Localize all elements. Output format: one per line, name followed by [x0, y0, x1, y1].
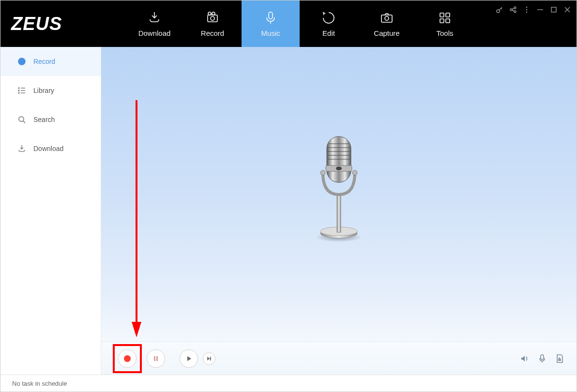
- svg-point-20: [526, 7, 528, 8]
- svg-rect-58: [541, 355, 544, 360]
- sidebar-item-search[interactable]: Search: [0, 105, 101, 134]
- pause-icon: [152, 355, 159, 362]
- microphone-illustration: [303, 132, 375, 238]
- tab-label: Download: [138, 29, 171, 37]
- svg-point-17: [514, 11, 516, 13]
- tab-capture[interactable]: Capture: [358, 0, 416, 47]
- tab-label: Music: [261, 29, 280, 37]
- record-button[interactable]: [118, 349, 137, 368]
- svg-rect-0: [208, 15, 217, 22]
- svg-rect-54: [156, 356, 158, 361]
- right-tools: [519, 353, 565, 364]
- svg-point-31: [18, 90, 19, 91]
- music-icon: [263, 11, 278, 25]
- svg-point-35: [19, 117, 24, 121]
- next-button[interactable]: [203, 352, 215, 365]
- audio-source-icon[interactable]: [537, 353, 547, 364]
- svg-line-18: [512, 8, 514, 9]
- tools-icon: [438, 11, 452, 25]
- svg-rect-9: [446, 13, 450, 17]
- play-button[interactable]: [180, 349, 198, 368]
- sidebar-item-record[interactable]: Record: [0, 47, 101, 76]
- sidebar-item-label: Library: [33, 87, 54, 94]
- sidebar-item-library[interactable]: Library: [0, 76, 101, 105]
- sidebar-item-download[interactable]: Download: [0, 134, 101, 163]
- tab-edit[interactable]: Edit: [300, 0, 358, 47]
- svg-point-2: [212, 12, 215, 15]
- svg-line-19: [512, 10, 514, 11]
- svg-point-16: [514, 7, 516, 9]
- tab-tools[interactable]: Tools: [416, 0, 474, 47]
- playback-controls: [113, 344, 215, 373]
- controls-bar: [101, 342, 577, 375]
- svg-marker-52: [132, 322, 141, 337]
- svg-point-42: [352, 170, 357, 175]
- volume-icon[interactable]: [519, 353, 530, 364]
- sidebar-item-label: Search: [33, 116, 55, 123]
- svg-line-36: [23, 121, 25, 123]
- tab-label: Tools: [436, 29, 453, 37]
- svg-point-22: [526, 12, 528, 13]
- svg-point-21: [526, 9, 528, 11]
- tab-download[interactable]: Download: [125, 0, 183, 47]
- recording-canvas: [101, 47, 577, 342]
- next-icon: [207, 356, 212, 361]
- key-icon[interactable]: [495, 5, 504, 14]
- list-icon: [17, 86, 27, 95]
- tab-music[interactable]: Music: [242, 0, 300, 47]
- svg-marker-56: [207, 357, 210, 361]
- record-icon: [205, 11, 220, 25]
- window-controls: [495, 5, 572, 14]
- play-icon: [185, 355, 192, 362]
- svg-rect-4: [269, 12, 273, 19]
- content: [101, 47, 577, 375]
- app-logo: ZEUS: [0, 0, 102, 47]
- settings-file-icon[interactable]: [554, 353, 565, 364]
- tab-label: Capture: [374, 29, 399, 37]
- svg-rect-40: [337, 195, 341, 232]
- topbar: ZEUS Download Record: [0, 0, 577, 47]
- tab-label: Record: [201, 29, 224, 37]
- record-dot-icon: [124, 355, 131, 362]
- edit-icon: [321, 11, 336, 25]
- search-icon: [17, 115, 27, 124]
- svg-point-50: [336, 166, 342, 170]
- svg-rect-11: [446, 19, 450, 23]
- status-text: No task in schedule: [12, 380, 67, 387]
- maximize-icon[interactable]: [549, 5, 558, 14]
- svg-point-41: [320, 170, 325, 175]
- svg-point-15: [510, 9, 512, 11]
- svg-rect-8: [440, 13, 444, 17]
- svg-rect-10: [440, 19, 444, 23]
- svg-marker-55: [187, 356, 191, 361]
- sidebar-item-label: Download: [33, 145, 63, 152]
- download-icon: [147, 11, 162, 25]
- menu-dots-icon[interactable]: [522, 5, 531, 14]
- svg-point-1: [208, 12, 211, 15]
- main-tabs: Download Record Music: [125, 0, 474, 47]
- annotation-arrow: [132, 100, 141, 337]
- svg-point-33: [18, 92, 19, 93]
- capture-icon: [380, 11, 394, 25]
- svg-point-7: [385, 16, 389, 20]
- tab-record[interactable]: Record: [183, 0, 242, 47]
- svg-rect-53: [154, 356, 155, 361]
- close-icon[interactable]: [563, 5, 572, 14]
- radio-icon: [17, 57, 27, 66]
- svg-rect-57: [210, 357, 211, 361]
- share-icon[interactable]: [509, 5, 517, 14]
- sidebar: Record Library Search Download: [0, 47, 101, 375]
- svg-line-14: [501, 8, 502, 9]
- download-small-icon: [17, 144, 27, 153]
- sidebar-item-label: Record: [33, 58, 55, 65]
- pause-button[interactable]: [147, 349, 165, 368]
- minimize-icon[interactable]: [536, 5, 545, 14]
- svg-point-3: [211, 16, 214, 20]
- svg-rect-24: [551, 7, 556, 12]
- annotation-highlight-box: [113, 344, 142, 373]
- main: Record Library Search Download: [0, 47, 577, 375]
- status-bar: No task in schedule: [0, 375, 577, 392]
- svg-point-29: [18, 88, 19, 89]
- tab-label: Edit: [322, 29, 335, 37]
- svg-point-28: [20, 60, 23, 63]
